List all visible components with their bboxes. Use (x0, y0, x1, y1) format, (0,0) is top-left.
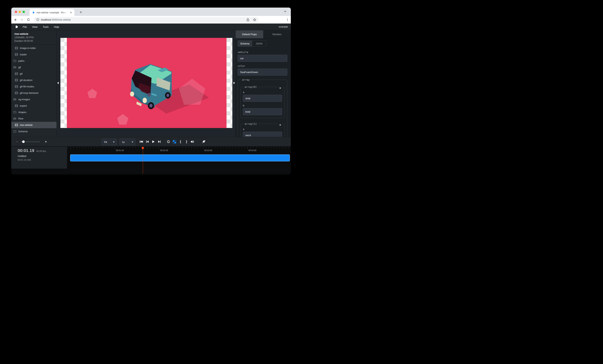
array-field-input-b[interactable]: bVal (243, 108, 282, 115)
ruler-tick (103, 147, 103, 148)
fit-select[interactable]: Fit (102, 139, 117, 145)
remove-array-item-icon[interactable]: ✕ (278, 86, 282, 90)
sidebar-item-gif[interactable]: gif (11, 70, 57, 77)
preview-canvas-area (57, 30, 235, 137)
transparency-checker-icon[interactable] (172, 140, 177, 144)
folder-icon (13, 60, 16, 62)
array-item-fieldset-0: array[0]✕aaValbbVal (240, 85, 285, 118)
playback-rate-select[interactable]: 1x (119, 139, 135, 145)
sidebar-item-expert[interactable]: expert (11, 102, 57, 109)
loop-icon[interactable] (166, 140, 171, 144)
props-content: Schema JSON vehicle car color SeaFoamGre… (236, 38, 291, 137)
sidebar-item-label: gif (18, 66, 21, 69)
fullscreen-window-button[interactable] (23, 11, 25, 13)
menu-item-file[interactable]: File (23, 25, 27, 28)
ruler-tick (162, 147, 162, 148)
toggle-schema[interactable]: Schema (238, 41, 252, 46)
browser-tab[interactable]: rive-vehicle / example - Remoti ✕ (30, 9, 74, 16)
mark-in-icon[interactable]: [ (178, 140, 183, 144)
render-rocket-icon[interactable] (201, 140, 206, 144)
vehicle-input[interactable]: car (238, 55, 287, 62)
ruler-tick (280, 147, 280, 148)
toggle-json[interactable]: JSON (252, 41, 266, 46)
sidebar-item-Schema[interactable]: Schema (11, 128, 57, 135)
array-field-input-a[interactable]: aVal (243, 95, 282, 102)
menu-item-help[interactable]: Help (54, 25, 59, 28)
sidebar-item-gif[interactable]: gif (11, 64, 57, 70)
sidebar-item-loader[interactable]: loader (11, 51, 57, 58)
ruler-tick (165, 147, 165, 148)
tab-renders[interactable]: Renders (263, 30, 291, 38)
ruler-label: 00:02.00 (160, 149, 168, 151)
sidebar-item-gif-loop-behavior[interactable]: gif-loop-behavior (11, 90, 57, 96)
zoom-slider[interactable] (21, 141, 40, 142)
sidebar-item-label: loader (20, 53, 27, 56)
jump-to-start-icon[interactable] (139, 140, 143, 144)
folder-icon (13, 130, 16, 133)
tab-close-icon[interactable]: ✕ (70, 11, 72, 14)
film-icon (15, 104, 18, 107)
mark-out-icon[interactable]: ] (184, 140, 189, 144)
sidebar-item-image-in-lottie[interactable]: image-in-lottie (11, 45, 57, 51)
minimize-window-button[interactable] (19, 11, 21, 13)
playhead-line (143, 147, 143, 174)
menu-item-tools[interactable]: Tools (43, 25, 48, 28)
array-field-input-a[interactable]: secA (243, 132, 282, 137)
field-label-vehicle: vehicle (238, 51, 287, 54)
jump-to-end-icon[interactable] (157, 140, 162, 144)
site-info-icon[interactable] (36, 18, 39, 21)
play-icon[interactable] (151, 140, 155, 144)
ruler-tick (227, 147, 227, 148)
color-input[interactable]: SeaFoamGreen (238, 68, 287, 76)
forward-icon[interactable] (19, 17, 24, 22)
playhead[interactable] (142, 147, 144, 149)
zoom-slider-knob[interactable] (22, 140, 25, 143)
reload-icon[interactable] (26, 17, 31, 22)
volume-icon[interactable] (190, 140, 195, 144)
sidebar-item-Rive[interactable]: Rive (11, 115, 57, 122)
chevron-down-icon (113, 142, 115, 143)
new-tab-button[interactable]: + (78, 10, 83, 15)
collapse-props-icon[interactable] (233, 82, 235, 84)
share-icon[interactable] (246, 18, 249, 21)
folder-open-icon (13, 117, 16, 120)
chevron-down-icon (132, 142, 133, 143)
sidebar-item-rive-vehicle[interactable]: rive-vehicle (11, 122, 57, 128)
timeline-ruler-area[interactable]: 00:01.0000:02.0000:03.0000:04.00 (67, 147, 291, 174)
back-icon[interactable] (13, 17, 18, 22)
tab-default-props[interactable]: Default Props (236, 30, 263, 38)
sidebar-item-gif-fill-modes[interactable]: gif-fill-modes (11, 83, 57, 90)
tab-strip: rive-vehicle / example - Remoti ✕ + (11, 8, 291, 16)
folder-open-icon (13, 66, 16, 68)
close-window-button[interactable] (15, 11, 17, 13)
ruler-tick (88, 147, 88, 148)
ruler-tick (70, 147, 71, 149)
browser-menu-icon[interactable] (287, 18, 288, 21)
tab-search-chevron-icon[interactable] (284, 10, 287, 14)
menu-item-view[interactable]: View (32, 25, 37, 28)
url-bar[interactable]: localhost:3000/rive-vehicle (34, 17, 259, 22)
remove-array-item-icon[interactable]: ✕ (278, 123, 282, 127)
sidebar-item-og-images[interactable]: og-images (11, 96, 57, 102)
sidebar-item-label: Schema (18, 130, 28, 133)
sidebar-item-paths[interactable]: paths (11, 58, 57, 64)
zoom-out-button[interactable]: − (15, 140, 19, 144)
bookmark-star-icon[interactable] (253, 18, 256, 21)
remotion-logo-icon[interactable] (15, 25, 18, 28)
array-item-legend: array[0] (244, 85, 258, 88)
ruler-tick (121, 147, 121, 148)
fit-select-value: Fit (104, 141, 107, 144)
window-controls (15, 11, 25, 13)
sidebar-item-gif-duration[interactable]: gif-duration (11, 77, 57, 83)
address-bar: localhost:3000/rive-vehicle (11, 16, 291, 23)
timeline-track[interactable] (70, 154, 290, 161)
sidebar-item-shapes[interactable]: shapes (11, 109, 57, 115)
playback-toolbar: − + Fit 1x [] (11, 137, 291, 147)
collapse-sidebar-icon[interactable] (57, 82, 59, 84)
zoom-in-button[interactable]: + (44, 140, 48, 144)
composition-list: image-in-lottieloaderpathsgifgifgif-dura… (11, 45, 57, 135)
ruler-tick (127, 147, 127, 148)
ruler-tick (132, 147, 133, 148)
previous-frame-icon[interactable] (145, 140, 149, 144)
transparency-checker-right (227, 38, 232, 128)
